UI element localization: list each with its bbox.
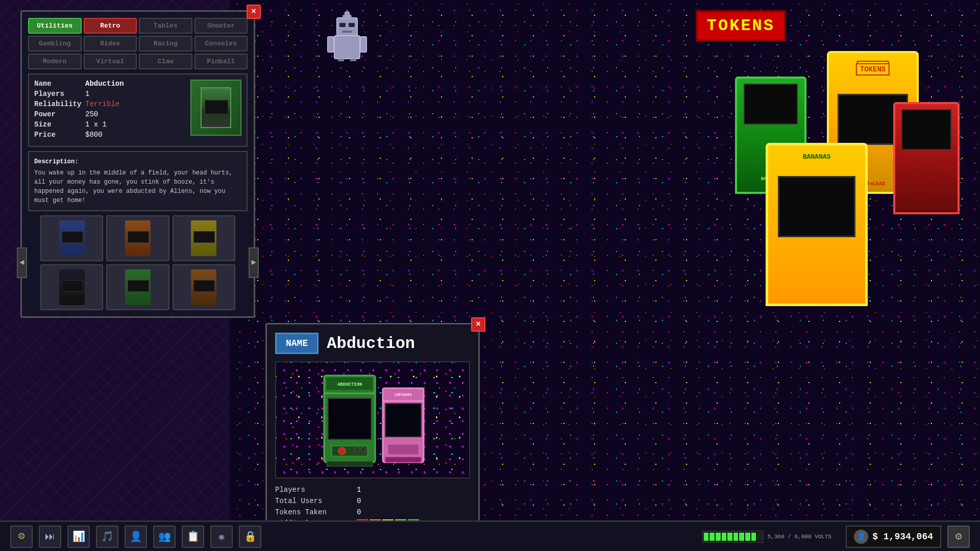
tab-modern[interactable]: Modern xyxy=(28,54,82,69)
category-tabs: Utilities Retro Tables Shooter Gambling … xyxy=(28,18,248,69)
power-seg-4 xyxy=(722,533,727,541)
svg-text:ABDUCTION: ABDUCTION xyxy=(337,382,362,387)
left-panel: × Utilities Retro Tables Shooter Gamblin… xyxy=(20,10,255,318)
power-seg-10 xyxy=(757,533,762,541)
tab-virtual[interactable]: Virtual xyxy=(84,54,137,69)
stat-players-label: Players xyxy=(275,486,357,494)
detail-panel: × NAME Abduction ABDUCTION xyxy=(265,323,480,551)
thumbnail-3[interactable] xyxy=(173,215,235,261)
svg-rect-7 xyxy=(338,59,344,61)
lock-button[interactable]: 🔒 xyxy=(239,525,261,548)
left-panel-close-button[interactable]: × xyxy=(247,5,261,19)
size-row: Size 1 x 1 xyxy=(34,120,185,129)
tab-tables[interactable]: Tables xyxy=(139,18,192,34)
reliability-value: Terrible xyxy=(85,100,119,108)
tab-consoles[interactable]: Consoles xyxy=(194,36,248,52)
stat-tokens-taken: Tokens Taken 0 xyxy=(275,508,470,516)
tab-racing[interactable]: Racing xyxy=(139,36,192,52)
price-row: Price $800 xyxy=(34,131,185,139)
tab-pinball[interactable]: Pinball xyxy=(194,54,248,69)
name-button[interactable]: NAME xyxy=(275,333,318,354)
tab-claw[interactable]: Claw xyxy=(139,54,192,69)
price-label: Price xyxy=(34,131,85,139)
tab-utilities[interactable]: Utilities xyxy=(28,18,82,34)
reliability-label: Reliability xyxy=(34,100,85,108)
flower-button[interactable]: ❋ xyxy=(210,525,233,548)
person2-button[interactable]: 👥 xyxy=(153,525,176,548)
thumbnail-grid xyxy=(40,215,235,310)
name-label: Name xyxy=(34,80,85,88)
stat-total-users-label: Total Users xyxy=(275,497,357,505)
svg-rect-20 xyxy=(327,461,373,466)
thumbnail-4[interactable] xyxy=(40,264,103,310)
svg-point-18 xyxy=(355,447,360,452)
power-seg-8 xyxy=(745,533,750,541)
tab-rides[interactable]: Rides xyxy=(84,36,137,52)
svg-rect-0 xyxy=(334,36,360,59)
power-seg-2 xyxy=(709,533,715,541)
gear-button[interactable]: ⚙ xyxy=(947,525,970,548)
svg-rect-5 xyxy=(328,37,334,52)
power-seg-5 xyxy=(727,533,732,541)
svg-text:CUPCAKES: CUPCAKES xyxy=(395,393,412,397)
thumbnail-section: ◄ ► xyxy=(28,215,248,310)
svg-rect-2 xyxy=(339,23,346,27)
thumbnail-2[interactable] xyxy=(106,215,169,261)
fast-forward-button[interactable]: ⏭ xyxy=(39,525,61,548)
thumbnail-6[interactable] xyxy=(173,264,235,310)
svg-rect-3 xyxy=(349,23,355,27)
machine-preview-left xyxy=(190,80,241,136)
bottom-toolbar: ☹ ⏭ 📊 🎵 👤 👥 📋 ❋ 🔒 5,360 / 6,000 VOLTS 👤 … xyxy=(0,520,980,551)
power-seg-6 xyxy=(733,533,739,541)
detail-panel-close-button[interactable]: × xyxy=(471,317,485,332)
power-label: Power xyxy=(34,110,85,118)
size-label: Size xyxy=(34,120,85,129)
scroll-right-button[interactable]: ► xyxy=(249,247,259,278)
power-text: 5,360 / 6,000 VOLTS xyxy=(768,534,831,540)
name-value: Abduction xyxy=(85,80,124,88)
svg-rect-6 xyxy=(360,37,366,52)
machine-thumb-dark xyxy=(59,269,85,305)
machine-thumb-orange2 xyxy=(191,269,216,305)
players-value: 1 xyxy=(85,90,89,98)
power-bar xyxy=(702,531,764,543)
stat-players-value: 1 xyxy=(357,486,361,494)
detail-header: NAME Abduction xyxy=(275,333,470,354)
stat-total-users-value: 0 xyxy=(357,497,361,505)
smiley-button[interactable]: ☹ xyxy=(10,525,33,548)
power-value: 250 xyxy=(85,110,98,118)
description-box: Description: You wake up in the middle o… xyxy=(28,151,248,211)
svg-rect-23 xyxy=(385,404,421,437)
power-seg-1 xyxy=(704,533,709,541)
bar-button[interactable]: 📋 xyxy=(182,525,204,548)
machine-thumb-green xyxy=(125,269,151,305)
machine-info-box: Name Abduction Players 1 Reliability Ter… xyxy=(28,73,248,147)
svg-point-10 xyxy=(345,11,350,16)
thumbnail-1[interactable] xyxy=(40,215,103,261)
person-button[interactable]: 👤 xyxy=(125,525,147,548)
tokens-sign: TOKENS xyxy=(696,10,786,41)
power-seg-7 xyxy=(739,533,744,541)
tab-retro[interactable]: Retro xyxy=(84,18,137,34)
svg-rect-25 xyxy=(388,444,419,455)
music-button[interactable]: 🎵 xyxy=(96,525,118,548)
thumbnail-5[interactable] xyxy=(106,264,169,310)
name-row: Name Abduction xyxy=(34,80,185,88)
svg-point-17 xyxy=(338,447,346,455)
tab-gambling[interactable]: Gambling xyxy=(28,36,82,52)
power-meter: 5,360 / 6,000 VOLTS xyxy=(702,531,831,543)
machine-thumb-blue xyxy=(59,220,85,256)
bg-arcade-red xyxy=(893,102,960,214)
svg-rect-4 xyxy=(342,31,352,33)
svg-rect-8 xyxy=(350,59,356,61)
stat-tokens-taken-value: 0 xyxy=(357,508,361,516)
machine-pixel-art xyxy=(201,87,231,128)
machine-thumb-yellow xyxy=(191,220,216,256)
chart-button[interactable]: 📊 xyxy=(67,525,90,548)
scroll-left-button[interactable]: ◄ xyxy=(17,247,27,278)
size-value: 1 x 1 xyxy=(85,120,107,129)
robot-character xyxy=(316,0,378,64)
stat-players: Players 1 xyxy=(275,486,470,494)
tab-shooter[interactable]: Shooter xyxy=(194,18,248,34)
money-display: 👤 $ 1,934,064 xyxy=(846,525,941,548)
